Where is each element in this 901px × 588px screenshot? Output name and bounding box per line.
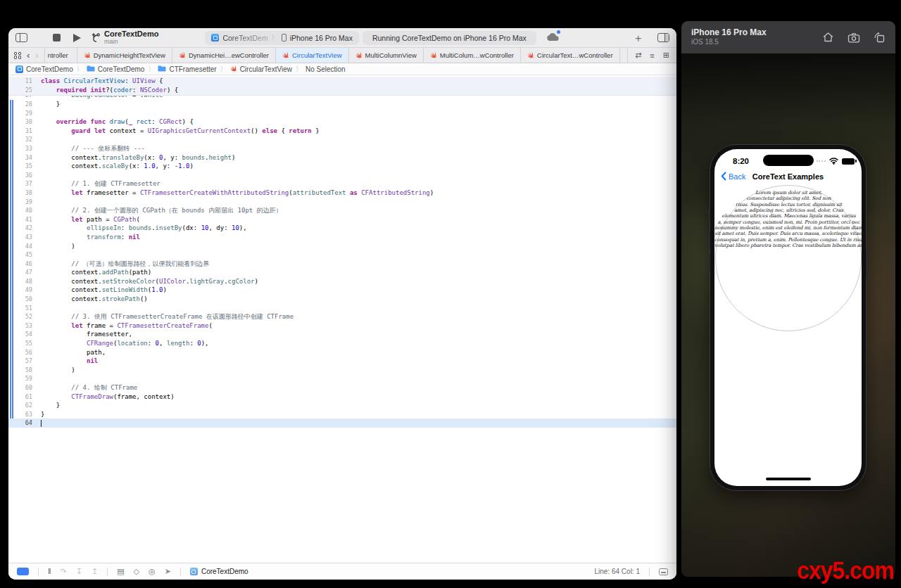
code-line-31[interactable]: 31 guard let context = UIGraphicsGetCurr… xyxy=(8,127,676,136)
step-out-icon[interactable]: ↥ xyxy=(92,568,98,575)
code-line-54[interactable]: 54 framesetter, xyxy=(8,330,676,339)
sticky-scope-header[interactable]: 11class CircularTextView: UIView {25 req… xyxy=(8,77,676,95)
running-process[interactable]: CoreTextDemo xyxy=(190,568,248,575)
circular-text-line: risus. Suspendisse lectus tortor, dignis… xyxy=(714,202,862,207)
code-line-46[interactable]: 46 // （可选）绘制圆形路径，以便我们能看到边界 xyxy=(8,260,676,269)
code-line-51[interactable]: 51 xyxy=(8,304,676,313)
add-tab-icon[interactable]: ＋ xyxy=(633,32,643,43)
code-line-35[interactable]: 35 context.scaleBy(x: 1.0, y: -1.0) xyxy=(8,162,676,171)
tab-circulartext-wcontroller[interactable]: CircularText…wController xyxy=(521,48,620,63)
code-line-64[interactable]: 64 xyxy=(8,418,676,428)
code-line-63[interactable]: 63} xyxy=(8,410,676,419)
split-editor-icon[interactable] xyxy=(657,33,669,42)
breadcrumb-item[interactable]: CoreTextDemo xyxy=(87,65,145,73)
home-indicator[interactable] xyxy=(766,478,811,480)
stop-button[interactable] xyxy=(53,34,61,41)
device-icon xyxy=(282,34,286,41)
toggle-navigator-icon[interactable] xyxy=(15,33,27,42)
run-destination: iPhone 16 Pro Max xyxy=(290,34,353,42)
view-hierarchy-icon[interactable]: ▤ xyxy=(117,568,124,575)
code-line-56[interactable]: 56 path, xyxy=(8,348,676,357)
code-line-30[interactable]: 30 override func draw(_ rect: CGRect) { xyxy=(8,117,676,127)
related-items-icon[interactable]: ⇄ xyxy=(635,51,641,60)
breadcrumb-item[interactable]: CTFramesetter xyxy=(158,65,216,73)
code-line-60[interactable]: 60 // 4. 绘制 CTFrame xyxy=(8,383,676,392)
step-over-icon[interactable]: ↷ xyxy=(61,568,67,575)
code-line-11[interactable]: 11class CircularTextView: UIView { xyxy=(8,77,676,86)
editor-options-icon[interactable] xyxy=(659,568,668,575)
code-line-38[interactable]: 38 let framesetter = CTFramesetterCreate… xyxy=(8,188,676,198)
code-line-44[interactable]: 44 ) xyxy=(8,242,676,251)
tab-circulartextview[interactable]: CircularTextView xyxy=(276,48,349,63)
code-line-62[interactable]: 62 } xyxy=(8,401,676,410)
screenshot-camera-icon[interactable] xyxy=(848,32,860,43)
code-line-57[interactable]: 57 nil xyxy=(8,357,676,366)
go-forward-icon[interactable]: › xyxy=(35,51,38,60)
code-line-59[interactable]: 59 xyxy=(8,374,676,383)
hide-debug-area-button[interactable] xyxy=(17,568,29,575)
code-line-28[interactable]: 28 } xyxy=(8,100,676,109)
code-line-45[interactable]: 45 xyxy=(8,250,676,260)
tab-multicolum-wcontroller[interactable]: MultiColum…wController xyxy=(424,48,521,63)
go-back-icon[interactable]: ‹ xyxy=(27,51,30,60)
scheme-destination-pill[interactable]: CoreTextDem 〉 iPhone 16 Pro Max xyxy=(205,31,359,45)
tab-multicolumnview[interactable]: MultiColumnView xyxy=(349,48,424,63)
circular-text-line: volutpat libero pharetra tempor. Cras ve… xyxy=(714,243,862,248)
minimap-icon[interactable]: ≡ xyxy=(650,51,654,60)
code-line-39[interactable]: 39 xyxy=(8,198,676,207)
code-line-32[interactable]: 32 xyxy=(8,135,676,144)
line-col-indicator[interactable]: Line: 64 Col: 1 xyxy=(595,568,641,575)
code-line-42[interactable]: 42 ellipseIn: bounds.insetBy(dx: 10, dy:… xyxy=(8,224,676,233)
step-into-icon[interactable]: ↧ xyxy=(76,568,82,575)
run-button[interactable] xyxy=(73,34,81,42)
tab-dynamicheighttextview[interactable]: DynamicHeightTextView xyxy=(77,48,172,63)
add-editor-icon[interactable]: ⊞ xyxy=(663,51,669,60)
circular-text-line: a, semper congue, euismod non, mi. Proin… xyxy=(714,219,862,225)
iphone-device-frame: 8:20 Back CoreText xyxy=(710,144,867,491)
breadcrumb-item[interactable]: CoreTextDemo xyxy=(15,65,73,73)
pause-icon[interactable]: ‖ xyxy=(48,568,51,575)
tab-ntroller[interactable]: ntroller xyxy=(45,48,77,63)
code-line-40[interactable]: 40 // 2. 创建一个圆形的 CGPath（在 bounds 内部留出 10… xyxy=(8,206,676,215)
code-line-27[interactable]: 27 backgroundColor = .white xyxy=(8,95,676,100)
code-line-52[interactable]: 52 // 3. 使用 CTFramesetterCreateFrame 在该圆… xyxy=(8,312,676,321)
code-line-47[interactable]: 47 context.addPath(path) xyxy=(8,268,676,277)
iphone-screen[interactable]: 8:20 Back CoreText xyxy=(714,149,862,486)
simulate-location-icon[interactable]: ➤ xyxy=(165,568,171,575)
code-line-50[interactable]: 50 context.strokePath() xyxy=(8,295,676,304)
code-line-29[interactable]: 29 xyxy=(8,109,676,118)
code-line-34[interactable]: 34 context.translateBy(x: 0, y: bounds.h… xyxy=(8,153,676,162)
home-icon[interactable] xyxy=(822,32,834,43)
simulator-titlebar[interactable]: iPhone 16 Pro Max iOS 18.5 xyxy=(681,21,895,53)
breadcrumb-item[interactable]: CircularTextView xyxy=(230,65,292,73)
rotate-device-icon[interactable] xyxy=(874,32,886,43)
code-line-55[interactable]: 55 CFRange(location: 0, length: 0), xyxy=(8,339,676,348)
code-line-41[interactable]: 41 let path = CGPath( xyxy=(8,215,676,224)
scheme-title-block[interactable]: CoreTextDemo main xyxy=(91,30,158,45)
volume-up-button[interactable] xyxy=(708,231,710,249)
power-button[interactable] xyxy=(866,249,868,279)
tab-overview-icon[interactable] xyxy=(14,52,21,59)
environment-overrides-icon[interactable]: ◎ xyxy=(149,568,156,575)
code-line-37[interactable]: 37 // 1. 创建 CTFramesetter xyxy=(8,179,676,188)
editor-tab-bar: ‹ › ntrollerDynamicHeightTextViewDynamic… xyxy=(8,48,676,63)
breadcrumb-item[interactable]: No Selection xyxy=(305,65,346,73)
code-line-36[interactable]: 36 xyxy=(8,171,676,180)
folder-icon xyxy=(87,65,95,73)
code-line-61[interactable]: 61 CTFrameDraw(frame, context) xyxy=(8,392,676,402)
chevron-right-icon: 〉 xyxy=(77,65,83,74)
code-line-25[interactable]: 25 required init?(coder: NSCoder) { xyxy=(8,86,676,95)
code-line-53[interactable]: 53 let frame = CTFramesetterCreateFrame( xyxy=(8,321,676,331)
cloud-sync-icon[interactable] xyxy=(546,32,560,44)
code-line-33[interactable]: 33 // --- 坐标系翻转 --- xyxy=(8,144,676,153)
code-line-49[interactable]: 49 context.setLineWidth(1.0) xyxy=(8,286,676,295)
volume-down-button[interactable] xyxy=(708,253,710,271)
tab-dynamichei-ewcontroller[interactable]: DynamicHei…ewController xyxy=(172,48,276,63)
source-editor[interactable]: 27 backgroundColor = .white 11class Circ… xyxy=(8,75,676,563)
code-line-48[interactable]: 48 context.setStrokeColor(UIColor.lightG… xyxy=(8,277,676,286)
action-button[interactable] xyxy=(708,210,710,219)
code-line-58[interactable]: 58 ) xyxy=(8,366,676,375)
activity-status-text: Running CoreTextDemo on iPhone 16 Pro Ma… xyxy=(372,34,527,42)
memory-graph-icon[interactable]: ◇ xyxy=(134,568,139,575)
code-line-43[interactable]: 43 transform: nil xyxy=(8,233,676,242)
